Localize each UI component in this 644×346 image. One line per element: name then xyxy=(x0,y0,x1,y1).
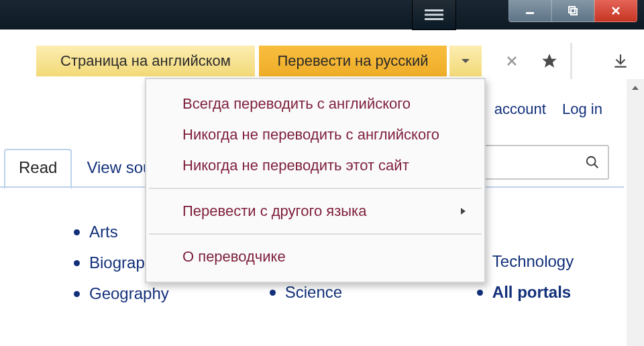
bookmark-button[interactable] xyxy=(534,46,565,76)
translate-toolbar: Страница на английском Перевести на русс… xyxy=(0,43,644,80)
portal-link-all[interactable]: All portals xyxy=(477,283,574,302)
app-menu-button[interactable] xyxy=(412,0,456,30)
scrollbar[interactable] xyxy=(627,79,644,346)
search-box[interactable] xyxy=(474,145,609,180)
star-icon xyxy=(541,52,558,70)
downloads-button[interactable] xyxy=(609,50,632,72)
portal-link[interactable]: Science xyxy=(270,283,376,302)
close-icon xyxy=(506,55,518,67)
login-link[interactable]: Log in xyxy=(562,101,602,117)
menu-divider xyxy=(149,233,482,235)
svg-rect-2 xyxy=(425,18,443,20)
menu-divider xyxy=(149,188,482,189)
svg-rect-4 xyxy=(569,7,575,13)
svg-point-6 xyxy=(587,157,596,166)
create-account-link[interactable]: account xyxy=(494,101,546,117)
page-language-label: Страница на английском xyxy=(36,46,255,76)
minimize-button[interactable] xyxy=(508,0,551,22)
svg-rect-3 xyxy=(526,12,534,14)
maximize-button[interactable] xyxy=(551,0,594,22)
menu-about-translator[interactable]: О переводчике xyxy=(146,241,484,272)
account-links: account Log in xyxy=(482,101,602,118)
dismiss-toolbar-button[interactable] xyxy=(496,46,527,76)
menu-always-translate[interactable]: Всегда переводить с английского xyxy=(146,89,484,119)
translate-button[interactable]: Перевести на русский xyxy=(259,46,447,76)
translate-options-menu: Всегда переводить с английского Никогда … xyxy=(145,78,486,283)
svg-rect-0 xyxy=(425,9,443,11)
translate-options-dropdown[interactable] xyxy=(449,46,482,76)
menu-translate-from-other[interactable]: Перевести с другого языка xyxy=(146,196,484,227)
chevron-down-icon xyxy=(461,58,470,64)
scroll-up-button[interactable] xyxy=(627,79,644,97)
svg-rect-5 xyxy=(571,9,577,15)
download-icon xyxy=(612,52,629,70)
portal-link[interactable]: Technology xyxy=(477,252,574,271)
close-button[interactable] xyxy=(594,0,637,22)
window-titlebar xyxy=(0,0,644,30)
tab-read[interactable]: Read xyxy=(4,149,72,189)
menu-never-translate-site[interactable]: Никогда не переводить этот сайт xyxy=(146,150,484,181)
svg-rect-1 xyxy=(425,14,443,16)
portal-link[interactable]: Geography xyxy=(74,284,169,303)
menu-never-translate-lang[interactable]: Никогда не переводить с английского xyxy=(146,119,484,150)
search-icon xyxy=(585,155,600,170)
window-controls xyxy=(508,0,637,22)
